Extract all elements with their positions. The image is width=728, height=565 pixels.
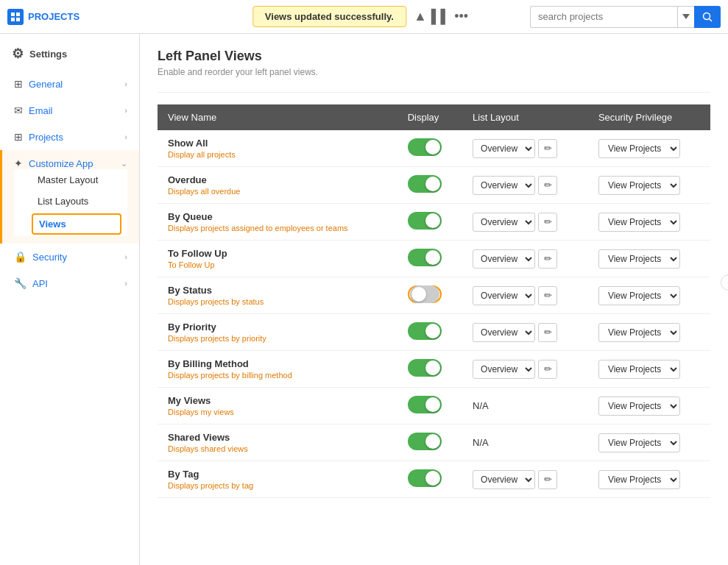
- gear-icon: ⚙: [12, 46, 24, 62]
- app-title: PROJECTS: [28, 11, 79, 22]
- search-area: [530, 6, 721, 28]
- layout-select[interactable]: Overview: [473, 360, 535, 379]
- layout-select[interactable]: Overview: [473, 176, 535, 195]
- table-row: My ViewsDisplays my views N/A View Proje…: [158, 388, 710, 424]
- sidebar-sub-list-layouts[interactable]: List Layouts: [26, 191, 127, 212]
- edit-layout-button[interactable]: ✏: [538, 470, 557, 489]
- sidebar-sub-views[interactable]: Views: [32, 213, 121, 235]
- security-cell: View Projects: [588, 241, 710, 277]
- display-toggle[interactable]: [408, 359, 442, 377]
- edit-layout-button[interactable]: ✏: [538, 213, 557, 232]
- security-select[interactable]: View Projects: [598, 433, 680, 452]
- sidebar-item-projects[interactable]: ⊞ Projects ›: [0, 124, 139, 150]
- display-toggle[interactable]: [408, 433, 442, 450]
- toggle-track: [408, 359, 442, 377]
- topbar: PROJECTS Views updated successfully. ▲ ▌…: [0, 0, 728, 34]
- sidebar-item-general[interactable]: ⊞ General ›: [0, 71, 139, 97]
- edit-layout-button[interactable]: ✏: [538, 249, 557, 269]
- toggle-thumb: [425, 471, 440, 486]
- search-input[interactable]: [530, 6, 677, 28]
- toggle-thumb: [425, 434, 440, 449]
- security-select[interactable]: View Projects: [598, 397, 680, 416]
- display-toggle[interactable]: [408, 175, 442, 193]
- toggle-track: [408, 433, 442, 450]
- display-toggle[interactable]: [408, 396, 442, 413]
- layout-cell: Overview ✏: [462, 314, 588, 351]
- table-body: Show AllDisplay all projects Overview ✏ …: [158, 130, 710, 498]
- search-dropdown-button[interactable]: [677, 6, 694, 28]
- toggle-track: [408, 322, 442, 340]
- display-cell: [397, 388, 462, 424]
- security-cell-inner: View Projects: [598, 397, 700, 416]
- security-cell: View Projects: [588, 424, 710, 461]
- toggle-thumb: [411, 287, 426, 302]
- security-select[interactable]: View Projects: [598, 286, 680, 305]
- layout-cell: Overview ✏: [462, 204, 588, 241]
- display-toggle[interactable]: [408, 138, 442, 156]
- col-display: Display: [397, 104, 462, 130]
- svg-rect-2: [11, 18, 15, 21]
- svg-rect-3: [16, 18, 20, 21]
- display-cell: [397, 277, 462, 314]
- edit-layout-button[interactable]: ✏: [538, 360, 557, 379]
- display-toggle[interactable]: [408, 285, 442, 303]
- display-toggle[interactable]: [408, 322, 442, 340]
- table-row: OverdueDisplays all overdue Overview ✏ V…: [158, 167, 710, 204]
- security-select[interactable]: View Projects: [598, 360, 680, 379]
- svg-line-6: [710, 18, 713, 21]
- layout-select[interactable]: Overview: [473, 249, 535, 269]
- security-select[interactable]: View Projects: [598, 470, 680, 489]
- layout-select[interactable]: Overview: [473, 323, 535, 342]
- layout-select[interactable]: Overview: [473, 470, 535, 489]
- sidebar-item-email[interactable]: ✉ Email ›: [0, 97, 139, 124]
- sidebar-item-api[interactable]: 🔧 API ›: [0, 270, 139, 296]
- sidebar-sub-customize: Master Layout List Layouts Views: [14, 169, 127, 236]
- na-label: N/A: [473, 400, 489, 411]
- security-cell-inner: View Projects: [598, 249, 700, 269]
- content-divider: [158, 92, 710, 93]
- col-list-layout: List Layout: [462, 104, 588, 130]
- display-toggle[interactable]: [408, 212, 442, 230]
- edit-layout-button[interactable]: ✏: [538, 286, 557, 305]
- edit-layout-button[interactable]: ✏: [538, 323, 557, 342]
- sidebar-label-security: Security: [32, 252, 124, 263]
- view-name: By Queue: [168, 211, 387, 222]
- content-area: Left Panel Views Enable and reorder your…: [140, 34, 728, 565]
- layout-select[interactable]: Overview: [473, 139, 535, 158]
- security-select[interactable]: View Projects: [598, 213, 680, 232]
- table-row: By PriorityDisplays projects by priority…: [158, 314, 710, 351]
- chevron-customize: ⌄: [121, 159, 127, 168]
- edit-layout-button[interactable]: ✏: [538, 176, 557, 195]
- display-toggle[interactable]: [408, 469, 442, 487]
- display-toggle[interactable]: [408, 249, 442, 266]
- chart-icon[interactable]: ▌▌: [431, 9, 450, 24]
- display-cell: [397, 314, 462, 351]
- security-cell-inner: View Projects: [598, 213, 700, 232]
- logo-icon: [7, 9, 24, 25]
- toggle-track: [408, 175, 442, 193]
- search-submit-button[interactable]: [694, 6, 721, 28]
- layout-cell: Overview ✏: [462, 167, 588, 204]
- security-select[interactable]: View Projects: [598, 139, 680, 158]
- sidebar-sub-master-layout[interactable]: Master Layout: [26, 169, 127, 191]
- sidebar-title: Settings: [29, 49, 67, 60]
- toggle-thumb: [425, 324, 440, 338]
- sidebar-item-customize[interactable]: ✦ Customize App ⌄ Master Layout List Lay…: [0, 150, 139, 244]
- security-select[interactable]: View Projects: [598, 323, 680, 342]
- chevron-email: ›: [124, 106, 127, 115]
- sidebar-item-security[interactable]: 🔒 Security ›: [0, 244, 139, 270]
- topbar-icons: ▲ ▌▌ •••: [414, 9, 468, 24]
- more-icon[interactable]: •••: [454, 9, 468, 24]
- svg-marker-4: [682, 14, 690, 19]
- display-cell: [397, 167, 462, 204]
- upload-icon[interactable]: ▲: [414, 9, 427, 24]
- layout-select[interactable]: Overview: [473, 213, 535, 232]
- edit-layout-button[interactable]: ✏: [538, 139, 557, 158]
- security-cell: View Projects: [588, 277, 710, 314]
- general-icon: ⊞: [14, 78, 23, 90]
- view-name: My Views: [168, 395, 387, 406]
- security-select[interactable]: View Projects: [598, 176, 680, 195]
- security-cell-inner: View Projects: [598, 286, 700, 305]
- security-select[interactable]: View Projects: [598, 249, 680, 269]
- layout-select[interactable]: Overview: [473, 286, 535, 305]
